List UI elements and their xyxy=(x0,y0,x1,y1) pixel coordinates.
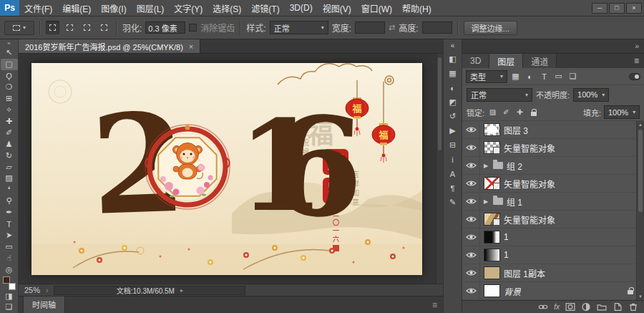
notes-panel-icon[interactable]: ✎ xyxy=(446,197,460,208)
new-layer-icon[interactable] xyxy=(613,302,623,312)
document-tab[interactable]: 2016贺岁新年广告海报.psd @ 25%(CMYK/8) × xyxy=(19,39,200,53)
add-layer-mask-icon[interactable] xyxy=(565,302,575,312)
shape-tool[interactable]: ▭ xyxy=(1,241,18,252)
expand-group-icon[interactable]: ▶ xyxy=(484,163,489,169)
adjustment-layer-filter-icon[interactable]: ◐ xyxy=(524,70,536,82)
layer-row[interactable]: 矢量智能对象 xyxy=(462,175,636,193)
rectangular-marquee-tool[interactable]: ▢ xyxy=(1,59,18,70)
blur-tool[interactable]: ❛ xyxy=(1,184,18,196)
document-scrollbar[interactable] xyxy=(436,54,443,284)
zoom-level[interactable]: 25% xyxy=(24,286,40,294)
layer-style-icon[interactable]: fx xyxy=(554,303,560,311)
eyedropper-tool[interactable]: ✧ xyxy=(1,105,18,116)
tab-3d[interactable]: 3D xyxy=(462,54,489,68)
shape-layer-filter-icon[interactable]: ▭ xyxy=(552,70,565,82)
layer-row[interactable]: 1 xyxy=(462,246,636,264)
tab-channels[interactable]: 通道 xyxy=(523,54,557,68)
minimize-button[interactable]: ─ xyxy=(592,3,608,14)
lasso-tool[interactable]: Ϙ xyxy=(1,70,18,82)
panel-menu-icon[interactable]: ≡ xyxy=(634,54,644,68)
antialias-checkbox[interactable] xyxy=(189,24,197,32)
visibility-toggle[interactable] xyxy=(462,211,480,228)
close-button[interactable]: × xyxy=(626,3,642,14)
color-swatches[interactable] xyxy=(2,276,16,290)
properties-panel-icon[interactable]: ⊟ xyxy=(446,140,460,150)
path-selection-tool[interactable]: ➤ xyxy=(1,230,18,241)
menu-window[interactable]: 窗口(W) xyxy=(356,0,397,16)
swatches-panel-icon[interactable]: ▦ xyxy=(446,68,460,79)
menu-3d[interactable]: 3D(D) xyxy=(285,0,318,16)
move-tool[interactable]: ↖ xyxy=(1,47,18,59)
menu-view[interactable]: 视图(V) xyxy=(318,0,356,16)
pixel-layer-filter-icon[interactable]: ▦ xyxy=(509,70,522,82)
visibility-toggle[interactable] xyxy=(462,228,480,246)
pen-tool[interactable]: ✒ xyxy=(1,207,18,218)
dodge-tool[interactable]: ⚲ xyxy=(1,196,18,207)
opacity-dropdown[interactable]: 100% ▾ xyxy=(573,88,609,102)
timeline-menu-icon[interactable]: ≡ xyxy=(432,300,437,310)
swap-dimensions-icon[interactable]: ⇄ xyxy=(389,23,395,32)
eraser-tool[interactable]: ▱ xyxy=(1,161,18,173)
layer-row[interactable]: 矢量智能对象 xyxy=(462,139,636,157)
toolbox-collapse-icon[interactable]: » xyxy=(7,40,10,47)
menu-edit[interactable]: 编辑(E) xyxy=(57,0,96,16)
info-panel-icon[interactable]: i xyxy=(446,154,460,165)
background-color-swatch[interactable] xyxy=(9,283,16,290)
menu-select[interactable]: 选择(S) xyxy=(208,0,246,16)
tab-close-icon[interactable]: × xyxy=(189,42,193,51)
layer-row[interactable]: 图层 3 xyxy=(462,121,636,139)
blend-mode-dropdown[interactable]: 正常 ▾ xyxy=(467,88,532,102)
paragraph-panel-icon[interactable]: ¶ xyxy=(446,183,460,193)
tool-preset-picker[interactable]: ▾ xyxy=(4,21,34,35)
actions-panel-icon[interactable]: ▶ xyxy=(446,125,460,136)
layer-row[interactable]: 1 xyxy=(462,228,636,246)
lock-transparency-icon[interactable]: ▨ xyxy=(487,107,498,117)
visibility-toggle[interactable] xyxy=(462,264,480,281)
layer-row[interactable]: 矢量智能对象 xyxy=(462,211,636,228)
filter-toggle-switch[interactable] xyxy=(629,73,640,80)
menu-type[interactable]: 文字(Y) xyxy=(169,0,208,16)
collapse-panels-icon[interactable]: » xyxy=(635,42,639,50)
healing-brush-tool[interactable]: ✚ xyxy=(1,115,18,127)
new-selection-mode-button[interactable] xyxy=(46,21,59,34)
fill-dropdown[interactable]: 100% ▾ xyxy=(604,105,640,119)
smart-object-filter-icon[interactable]: ❏ xyxy=(567,70,579,82)
expand-group-icon[interactable]: ▶ xyxy=(484,198,489,205)
width-input[interactable] xyxy=(355,21,385,34)
gradient-tool[interactable]: ▨ xyxy=(1,173,18,184)
lock-paint-icon[interactable]: ✐ xyxy=(501,107,512,117)
lock-all-icon[interactable] xyxy=(528,107,539,117)
menu-layer[interactable]: 图层(L) xyxy=(132,0,170,16)
scroll-up-icon[interactable]: ▲ xyxy=(637,122,644,127)
menu-help[interactable]: 帮助(H) xyxy=(397,0,436,16)
refine-edge-button[interactable]: 调整边缘... xyxy=(464,21,517,35)
scrollbar-thumb[interactable] xyxy=(638,130,643,212)
visibility-toggle[interactable] xyxy=(462,246,480,264)
adjustments-panel-icon[interactable]: ◐ xyxy=(446,82,460,93)
scrollbar-thumb[interactable] xyxy=(438,57,441,150)
type-tool[interactable]: T xyxy=(1,218,18,230)
intersect-selection-mode-button[interactable] xyxy=(97,21,111,34)
color-panel-icon[interactable]: ◧ xyxy=(446,54,460,64)
subtract-selection-mode-button[interactable] xyxy=(80,21,94,34)
menu-image[interactable]: 图像(I) xyxy=(96,0,131,16)
foreground-color-swatch[interactable] xyxy=(3,276,10,284)
crop-tool[interactable]: ⊞ xyxy=(1,93,18,105)
tab-timeline[interactable]: 时间轴 xyxy=(23,296,65,313)
link-layers-icon[interactable] xyxy=(538,302,548,312)
menu-filter[interactable]: 滤镜(T) xyxy=(246,0,284,16)
history-panel-icon[interactable]: ↺ xyxy=(446,111,460,122)
quick-mask-icon[interactable]: ◨ xyxy=(1,290,18,302)
feather-input[interactable] xyxy=(145,21,185,34)
quick-selection-tool[interactable]: ❍ xyxy=(1,82,18,93)
status-menu-arrow-icon[interactable]: ▸ xyxy=(180,287,183,294)
screen-mode-icon[interactable]: ❏ xyxy=(1,302,18,313)
hand-tool[interactable]: ☝ xyxy=(1,252,18,264)
new-group-icon[interactable] xyxy=(597,302,607,312)
add-selection-mode-button[interactable] xyxy=(63,21,77,34)
styles-panel-icon[interactable]: ◩ xyxy=(446,97,460,107)
type-layer-filter-icon[interactable]: T xyxy=(538,70,550,82)
character-panel-icon[interactable]: A xyxy=(446,168,460,179)
new-adjustment-layer-icon[interactable] xyxy=(581,302,591,312)
zoom-tool[interactable]: ◎ xyxy=(1,264,18,275)
